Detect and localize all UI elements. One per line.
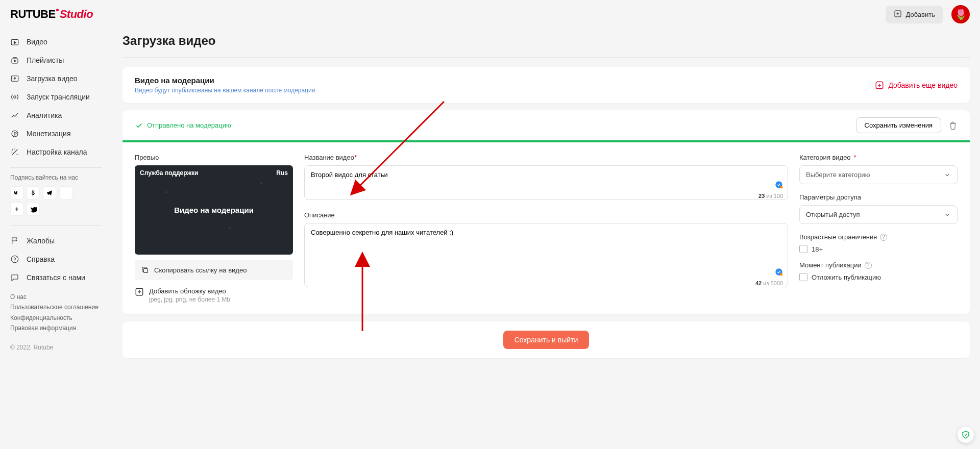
sidebar-item-complaints[interactable]: Жалобы xyxy=(0,232,112,250)
social-ok[interactable] xyxy=(27,186,40,199)
copy-icon xyxy=(141,266,149,274)
sidebar-item-analytics[interactable]: Аналитика xyxy=(0,106,112,124)
access-label: Параметры доступа xyxy=(799,193,958,201)
chart-icon xyxy=(10,111,19,120)
add-cover-label: Добавить обложку видео xyxy=(149,287,230,295)
sidebar-item-settings[interactable]: Настройка канала xyxy=(0,143,112,161)
chevron-down-icon xyxy=(944,211,951,218)
add-button[interactable]: Добавить xyxy=(886,6,943,23)
svg-point-6 xyxy=(32,191,34,193)
save-exit-button[interactable]: Сохранить и выйти xyxy=(503,331,590,349)
nav-label: Загрузка видео xyxy=(27,74,78,83)
nav-label: Запуск трансляции xyxy=(27,93,90,101)
question-icon xyxy=(10,255,19,264)
nav-label: Видео xyxy=(27,38,47,46)
desc-counter: 42 из 5000 xyxy=(755,280,783,286)
nav-label: Аналитика xyxy=(27,111,62,119)
svg-point-12 xyxy=(780,186,782,188)
age-checkbox-row[interactable]: 18+ xyxy=(799,245,958,253)
category-select[interactable]: Выберите категорию xyxy=(799,165,958,184)
social-twitter[interactable] xyxy=(27,203,40,216)
sidebar-item-monetization[interactable]: Монетизация xyxy=(0,124,112,143)
social-plus[interactable]: + xyxy=(10,203,23,216)
ok-icon xyxy=(30,189,37,196)
status-bar: Отправлено на модерацию Сохранить измене… xyxy=(122,110,970,142)
footer-legal[interactable]: Правовая информация xyxy=(10,323,102,333)
copy-link-label: Скопировать ссылку на видео xyxy=(154,266,247,274)
plus-circle-icon xyxy=(875,81,884,90)
publish-checkbox[interactable] xyxy=(799,273,807,281)
avatar[interactable]: 🌷 xyxy=(951,5,970,23)
sidebar-item-video[interactable]: Видео xyxy=(0,33,112,51)
nav-label: Справка xyxy=(27,255,55,263)
add-more-label: Добавить еще видео xyxy=(888,81,958,89)
status-text: Отправлено на модерацию xyxy=(135,121,231,130)
category-label: Категория видео* xyxy=(799,154,958,161)
footer-links: О нас Пользовательское соглашение Конфид… xyxy=(0,287,112,339)
sidebar-item-help[interactable]: Справка xyxy=(0,250,112,268)
logo-dot-icon xyxy=(56,9,59,11)
play-list-icon xyxy=(10,37,19,46)
follow-label: Подписывайтесь на нас xyxy=(0,174,112,186)
wand-icon xyxy=(10,147,19,157)
logo-text-studio: Studio xyxy=(60,8,93,20)
verify-badge-icon xyxy=(775,181,783,189)
main: Загрузка видео Видео на модерации Видео … xyxy=(112,29,980,449)
info-icon[interactable]: ? xyxy=(865,262,872,269)
thumb-lang-label: Rus xyxy=(276,169,288,177)
add-more-video-button[interactable]: Добавить еще видео xyxy=(875,81,958,90)
nav-label: Плейлисты xyxy=(27,56,64,64)
trash-icon[interactable] xyxy=(948,121,958,130)
save-changes-button[interactable]: Сохранить изменения xyxy=(856,117,942,133)
social-blank[interactable] xyxy=(59,186,72,199)
vk-icon xyxy=(13,189,20,196)
social-vk[interactable] xyxy=(10,186,23,199)
info-icon[interactable]: ? xyxy=(880,234,887,241)
access-select[interactable]: Открытый доступ xyxy=(799,205,958,224)
age-checkbox[interactable] xyxy=(799,245,807,253)
coin-icon xyxy=(10,129,19,138)
flag-icon xyxy=(10,236,19,245)
social-telegram[interactable] xyxy=(43,186,56,199)
plus-square-icon xyxy=(894,10,902,19)
publish-checkbox-label: Отложить публикацию xyxy=(812,273,881,281)
nav-label: Монетизация xyxy=(27,130,71,138)
add-cover-hint: jpeg, jpg, png, не более 1 Mb xyxy=(149,296,230,303)
verify-badge-icon xyxy=(775,268,783,276)
thumb-support-label: Служба поддержки xyxy=(140,169,198,177)
title-label: Название видео* xyxy=(304,154,788,161)
video-thumbnail[interactable]: Служба поддержки Rus Видео на модерации xyxy=(135,165,293,255)
telegram-icon xyxy=(46,189,53,196)
sidebar-item-stream[interactable]: Запуск трансляции xyxy=(0,88,112,106)
sidebar-item-playlists[interactable]: Плейлисты xyxy=(0,51,112,69)
svg-point-7 xyxy=(11,256,18,263)
sidebar-item-contact[interactable]: Связаться с нами xyxy=(0,268,112,287)
add-button-label: Добавить xyxy=(906,11,935,18)
social-row xyxy=(0,186,112,203)
publish-label: Момент публикации ? xyxy=(799,261,958,269)
social-row-2: + xyxy=(0,203,112,219)
upload-icon xyxy=(10,74,19,83)
sidebar: Видео Плейлисты Загрузка видео Запуск тр… xyxy=(0,29,112,449)
title-input[interactable] xyxy=(304,165,788,200)
title-counter: 23 из 100 xyxy=(758,193,783,199)
desc-input[interactable] xyxy=(304,223,788,287)
shield-badge[interactable] xyxy=(958,427,974,443)
broadcast-icon xyxy=(10,92,19,102)
nav-label: Связаться с нами xyxy=(27,273,85,282)
avatar-flower-icon: 🌷 xyxy=(954,8,967,20)
age-label: Возрастные ограничения ? xyxy=(799,233,958,241)
publish-checkbox-row[interactable]: Отложить публикацию xyxy=(799,273,958,281)
svg-rect-9 xyxy=(143,268,148,272)
logo[interactable]: RUTUBEStudio xyxy=(10,8,93,21)
svg-point-4 xyxy=(14,96,16,98)
save-exit-bar: Сохранить и выйти xyxy=(122,321,970,358)
sidebar-item-upload[interactable]: Загрузка видео xyxy=(0,69,112,88)
copyright: © 2022, Rutube xyxy=(0,339,112,356)
add-cover-button[interactable]: Добавить обложку видео jpeg, jpg, png, н… xyxy=(135,287,293,303)
footer-terms[interactable]: Пользовательское соглашение xyxy=(10,302,102,312)
notice-subtitle: Видео будут опубликованы на вашем канале… xyxy=(135,87,315,94)
footer-privacy[interactable]: Конфиденциальность xyxy=(10,313,102,323)
footer-about[interactable]: О нас xyxy=(10,292,102,302)
copy-link-button[interactable]: Скопировать ссылку на видео xyxy=(135,260,293,280)
